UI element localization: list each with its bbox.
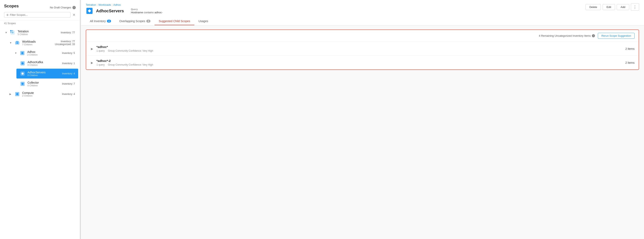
suggestion-items-1: 2 items xyxy=(625,47,634,50)
scope-name-tetration: Tetration xyxy=(18,30,59,33)
filter-scopes-input-container: ⊕ xyxy=(4,12,70,18)
scope-text-compute: Compute 2 Children xyxy=(22,91,60,97)
scope-children-compute: 2 Children xyxy=(22,94,60,97)
scope-group-compute: ▶ Compute 2 Children Inventory: 4 xyxy=(0,89,80,99)
main-title-row: AdhocServers Query Hostname contains adh… xyxy=(86,7,162,14)
scope-group-workloads: ▼ Workloads 7 Children Inventory: 77 Unc… xyxy=(0,38,80,48)
tab-overlapping-scopes[interactable]: Overlapping Scopes 0 xyxy=(115,17,154,25)
scope-name-adhockafka: AdhocKafka xyxy=(28,60,60,64)
scope-name-adhocservers: AdhocServers xyxy=(28,71,60,74)
chevron-icon-2: ▶ xyxy=(90,61,94,64)
scope-icon-adhockafka xyxy=(20,60,26,66)
query-val: adhoc- xyxy=(154,11,163,14)
scope-list: ▼ Tetration 5 Children Inventory: 77 ▼ xyxy=(0,26,80,239)
suggestion-name-2: *adhoc*-2 xyxy=(96,59,622,62)
add-button[interactable]: Add xyxy=(617,4,629,10)
tab-overlapping-scopes-label: Overlapping Scopes xyxy=(119,19,145,23)
breadcrumb-sep-2: : xyxy=(112,3,113,6)
suggestion-row-2[interactable]: ▶ *adhoc*-2 1 query Group Community Conf… xyxy=(86,56,639,69)
svg-point-6 xyxy=(16,42,18,44)
filter-scopes-input[interactable] xyxy=(10,13,68,16)
svg-rect-1 xyxy=(10,30,12,31)
suggestion-query-count-2: 1 query xyxy=(96,63,105,66)
sidebar-header: Scopes No Draft Changes i ⊕ ✕ xyxy=(0,0,80,20)
tab-all-inventory-badge: 4 xyxy=(107,20,111,22)
suggestion-query-count-1: 1 query xyxy=(96,49,105,52)
breadcrumb-workloads[interactable]: Workloads xyxy=(98,3,111,6)
scope-text-collector: Collector 0 Children xyxy=(28,81,60,87)
suggestion-name-1: *adhoc* xyxy=(96,45,622,49)
query-op: contains xyxy=(144,11,154,14)
expand-icon-workloads[interactable]: ▼ xyxy=(10,41,12,44)
breadcrumb-tetration[interactable]: Tetration xyxy=(86,3,96,6)
scope-icon-workloads xyxy=(14,40,20,46)
suggestion-row-1[interactable]: ▶ *adhoc* 1 query Group Community Confid… xyxy=(86,42,639,56)
scope-text-adhocservers: AdhocServers 0 Children xyxy=(28,71,60,76)
scope-group-collector: Collector 0 Children Inventory: 7 xyxy=(0,79,80,89)
tab-overlapping-scopes-badge: 0 xyxy=(146,20,150,22)
tab-suggested-child-scopes-label: Suggested Child Scopes xyxy=(159,19,190,23)
scope-name-collector: Collector xyxy=(28,81,60,84)
suggestion-confidence-2: Group Community Confidence: Very High xyxy=(108,63,153,66)
tab-usages[interactable]: Usages xyxy=(194,17,212,25)
scope-group-adhocservers: AdhocServers 0 Children Inventory: 4 xyxy=(0,69,80,78)
scope-name-adhoc: Adhoc xyxy=(27,50,60,53)
edit-button[interactable]: Edit xyxy=(602,4,615,10)
suggestion-confidence-1: Group Community Confidence: Very High xyxy=(108,49,153,52)
tabs-row: All Inventory 4 Overlapping Scopes 0 Sug… xyxy=(86,17,639,25)
scope-icon-tetration xyxy=(10,30,16,35)
tab-usages-label: Usages xyxy=(198,19,208,23)
scope-children-adhockafka: 0 Children xyxy=(28,64,60,66)
scope-item-workloads[interactable]: ▼ Workloads 7 Children Inventory: 77 Unc… xyxy=(6,38,78,48)
scope-item-tetration[interactable]: ▼ Tetration 5 Children Inventory: 77 xyxy=(2,28,78,37)
scope-meta-adhoc: Inventory: 5 xyxy=(62,52,75,54)
suggestion-meta-1: 1 query Group Community Confidence: Very… xyxy=(96,49,622,52)
expand-icon-tetration[interactable]: ▼ xyxy=(5,31,8,34)
suggestion-main-2: *adhoc*-2 1 query Group Community Confid… xyxy=(96,59,622,66)
query-label: Query xyxy=(131,8,163,10)
scope-children-adhoc: 2 Children xyxy=(27,53,60,56)
scope-text-adhockafka: AdhocKafka 0 Children xyxy=(28,60,60,66)
tab-all-inventory[interactable]: All Inventory 4 xyxy=(86,17,115,25)
remaining-info-icon[interactable]: i xyxy=(592,34,595,37)
delete-button[interactable]: Delete xyxy=(586,4,601,10)
tab-all-inventory-label: All Inventory xyxy=(90,19,106,23)
scope-meta-compute: Inventory: 4 xyxy=(62,93,75,95)
scope-meta-collector: Inventory: 7 xyxy=(62,82,75,85)
scope-meta-adhocservers: Inventory: 4 xyxy=(62,72,75,75)
scope-text-workloads: Workloads 7 Children xyxy=(22,40,53,46)
scope-children-collector: 0 Children xyxy=(28,84,60,87)
expand-icon-compute[interactable]: ▶ xyxy=(10,93,12,95)
clear-filter-button[interactable]: ✕ xyxy=(72,12,76,17)
scope-item-adhockafka[interactable]: AdhocKafka 0 Children Inventory: 1 xyxy=(16,58,78,68)
rerun-button[interactable]: Rerun Scope Suggestion xyxy=(598,33,634,39)
header-actions: Delete Edit Add ⋮ xyxy=(586,3,639,11)
scope-group-tetration: ▼ Tetration 5 Children Inventory: 77 xyxy=(0,28,80,37)
remaining-text: 4 Remaining Uncategorized Inventory Item… xyxy=(539,34,595,37)
scope-children-workloads: 7 Children xyxy=(22,43,53,46)
draft-info-icon[interactable]: i xyxy=(72,6,76,9)
scope-group-adhockafka: AdhocKafka 0 Children Inventory: 1 xyxy=(0,58,80,68)
tab-suggested-child-scopes[interactable]: Suggested Child Scopes xyxy=(154,17,194,25)
suggestion-items-2: 2 items xyxy=(625,61,634,64)
query-text: Hostname xyxy=(131,11,143,14)
breadcrumb: Tetration : Workloads : Adhoc xyxy=(86,3,162,6)
scope-text-adhoc: Adhoc 2 Children xyxy=(27,50,60,56)
scope-name-compute: Compute xyxy=(22,91,60,94)
breadcrumb-adhoc[interactable]: Adhoc xyxy=(113,3,121,6)
suggestions-header: 4 Remaining Uncategorized Inventory Item… xyxy=(86,30,639,42)
sidebar-title: Scopes xyxy=(4,4,19,8)
scope-icon-adhoc xyxy=(20,50,25,56)
suggestion-meta-2: 1 query Group Community Confidence: Very… xyxy=(96,63,622,66)
scope-count: 41 Scopes xyxy=(0,20,80,26)
scope-meta-adhockafka: Inventory: 1 xyxy=(62,62,75,65)
scope-item-compute[interactable]: ▶ Compute 2 Children Inventory: 4 xyxy=(6,89,78,99)
page-title: AdhocServers xyxy=(96,8,124,13)
scope-item-collector[interactable]: Collector 0 Children Inventory: 7 xyxy=(16,79,78,89)
expand-icon-adhoc[interactable]: ▼ xyxy=(14,52,18,54)
svg-rect-5 xyxy=(16,41,18,42)
scope-item-adhoc[interactable]: ▼ Adhoc 2 Children Inventory: 5 xyxy=(11,48,78,58)
more-actions-button[interactable]: ⋮ xyxy=(631,3,639,11)
scope-item-adhocservers[interactable]: AdhocServers 0 Children Inventory: 4 xyxy=(16,69,78,78)
chevron-icon-1: ▶ xyxy=(90,47,94,50)
